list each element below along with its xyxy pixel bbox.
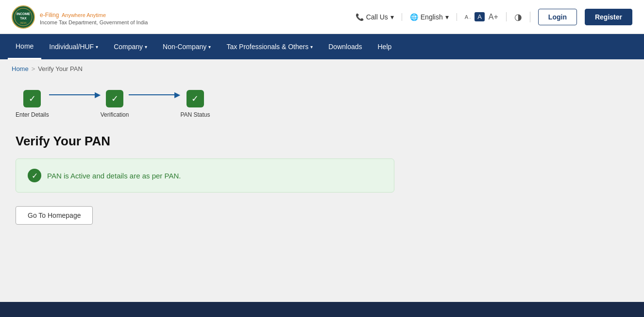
- nav-item-tax-professionals[interactable]: Tax Professionals & Others ▾: [219, 34, 321, 59]
- efiling-main: e-Filing: [40, 12, 59, 18]
- page-title: Verify Your PAN: [16, 134, 628, 149]
- step-enter-details: ✓ Enter Details: [16, 90, 49, 118]
- nav-item-downloads[interactable]: Downloads: [321, 34, 370, 59]
- header-right: 📞 Call Us ▾ 🌐 English ▾ A - A A+ ◑ Login: [356, 9, 632, 25]
- phone-icon: 📞: [356, 13, 364, 21]
- nav-company-label: Company: [114, 43, 143, 51]
- step-verification: ✓ Verification: [101, 90, 129, 118]
- connector-line-2: [129, 94, 177, 95]
- header: INCOME TAX INDIA e-Filing Anywhere Anyti…: [0, 0, 644, 34]
- success-message: PAN is Active and details are as per PAN…: [47, 172, 181, 180]
- svg-text:INCOME: INCOME: [17, 12, 30, 16]
- font-large-button[interactable]: A+: [489, 13, 498, 21]
- lang-arrow: ▾: [445, 13, 449, 21]
- nav-individual-label: Individual/HUF: [49, 43, 94, 51]
- globe-icon: 🌐: [410, 13, 418, 21]
- nav-noncompany-arrow: ▾: [208, 44, 211, 50]
- logo-area: INCOME TAX INDIA e-Filing Anywhere Anyti…: [12, 5, 148, 29]
- step-1-label: Enter Details: [16, 111, 49, 118]
- breadcrumb-current: Verify Your PAN: [38, 65, 83, 72]
- connector-line-1: [49, 94, 98, 95]
- stepper: ✓ Enter Details ▶ ✓ Verification ▶ ✓ PAN…: [16, 90, 628, 118]
- main-nav: Home Individual/HUF ▾ Company ▾ Non-Comp…: [0, 34, 644, 59]
- login-label: Login: [548, 13, 567, 21]
- font-small-label: A: [465, 14, 468, 20]
- nav-item-help[interactable]: Help: [370, 34, 400, 59]
- breadcrumb-separator: >: [32, 65, 35, 72]
- contrast-button[interactable]: ◑: [514, 12, 530, 22]
- step-2-label: Verification: [101, 111, 129, 118]
- main-content: ✓ Enter Details ▶ ✓ Verification ▶ ✓ PAN…: [0, 78, 644, 302]
- register-label: Register: [595, 13, 622, 21]
- footer: [0, 302, 644, 317]
- breadcrumb-home[interactable]: Home: [12, 65, 29, 72]
- font-small-button[interactable]: A -: [465, 14, 471, 20]
- call-us-label: Call Us: [366, 13, 388, 21]
- font-medium-button[interactable]: A: [475, 12, 485, 21]
- success-box: ✓ PAN is Active and details are as per P…: [16, 158, 394, 193]
- call-us-arrow: ▾: [390, 13, 394, 21]
- login-button[interactable]: Login: [538, 9, 577, 25]
- step-3-label: PAN Status: [180, 111, 210, 118]
- success-icon: ✓: [28, 169, 41, 182]
- nav-home-label: Home: [16, 42, 34, 50]
- nav-tax-label: Tax Professionals & Others: [226, 43, 308, 51]
- logo-emblem: INCOME TAX INDIA: [12, 5, 35, 29]
- efiling-tagline: Anywhere Anytime: [62, 12, 106, 18]
- nav-item-company[interactable]: Company ▾: [106, 34, 155, 59]
- step-3-circle: ✓: [186, 90, 204, 107]
- nav-item-individual[interactable]: Individual/HUF ▾: [41, 34, 106, 59]
- nav-downloads-label: Downloads: [328, 43, 362, 51]
- go-to-homepage-button[interactable]: Go To Homepage: [16, 206, 93, 225]
- step-1-circle: ✓: [23, 90, 41, 107]
- nav-individual-arrow: ▾: [96, 44, 98, 50]
- nav-tax-arrow: ▾: [310, 44, 313, 50]
- step-connector-1: ▶: [49, 90, 101, 110]
- nav-company-arrow: ▾: [145, 44, 147, 50]
- step-2-circle: ✓: [106, 90, 123, 107]
- font-controls: A - A A+: [465, 12, 507, 21]
- step-pan-status: ✓ PAN Status: [180, 90, 210, 118]
- nav-item-home[interactable]: Home: [8, 34, 41, 59]
- logo-subtitle: Income Tax Department, Government of Ind…: [40, 19, 148, 25]
- font-large-label: A+: [489, 13, 498, 21]
- svg-text:TAX: TAX: [20, 17, 27, 20]
- call-us-button[interactable]: 📞 Call Us ▾: [356, 13, 402, 21]
- nav-item-noncompany[interactable]: Non-Company ▾: [155, 34, 219, 59]
- nav-noncompany-label: Non-Company: [163, 43, 206, 51]
- logo-efiling-text: e-Filing Anywhere Anytime: [40, 8, 148, 19]
- logo-text: e-Filing Anywhere Anytime Income Tax Dep…: [40, 8, 148, 25]
- step-connector-2: ▶: [129, 90, 180, 110]
- svg-text:INDIA: INDIA: [20, 21, 27, 24]
- font-medium-label: A: [477, 13, 482, 20]
- breadcrumb: Home > Verify Your PAN: [0, 59, 644, 78]
- language-label: English: [421, 13, 443, 21]
- homepage-button-label: Go To Homepage: [28, 211, 81, 219]
- nav-help-label: Help: [378, 43, 392, 51]
- language-selector[interactable]: 🌐 English ▾: [410, 13, 457, 21]
- register-button[interactable]: Register: [585, 9, 632, 25]
